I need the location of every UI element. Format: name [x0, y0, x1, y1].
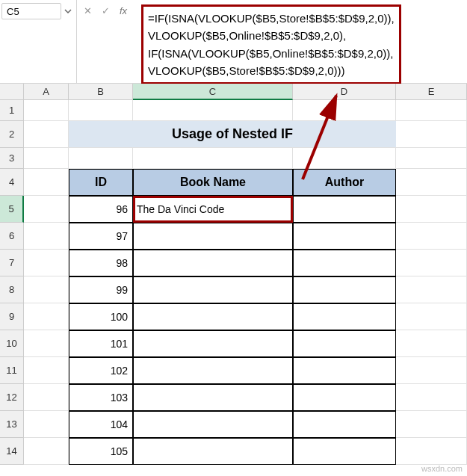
col-header-C[interactable]: C — [133, 84, 293, 100]
cell-E13[interactable] — [396, 411, 467, 438]
cell-id-9[interactable]: 100 — [69, 303, 133, 330]
cell-E1[interactable] — [396, 100, 467, 121]
cell-id-8[interactable]: 99 — [69, 276, 133, 303]
row-header-8[interactable]: 8 — [0, 276, 24, 303]
cell-E8[interactable] — [396, 276, 467, 303]
cell-E3[interactable] — [396, 148, 467, 169]
cell-A3[interactable] — [24, 148, 69, 169]
cell-A5[interactable] — [24, 196, 69, 223]
cell-E12[interactable] — [396, 384, 467, 411]
row-header-5[interactable]: 5 — [0, 196, 24, 223]
row-header-1[interactable]: 1 — [0, 100, 24, 121]
cell-A8[interactable] — [24, 276, 69, 303]
cell-D1[interactable] — [293, 100, 396, 121]
row-header-11[interactable]: 11 — [0, 357, 24, 384]
cell-B3[interactable] — [69, 148, 133, 169]
formula-text-wrap: =IF(ISNA(VLOOKUP($B5,Store!$B$5:$D$9,2,0… — [135, 0, 467, 83]
cell-id-6[interactable]: 97 — [69, 223, 133, 250]
cell-C3[interactable] — [133, 148, 293, 169]
cell-id-7[interactable]: 98 — [69, 250, 133, 276]
cell-A13[interactable] — [24, 411, 69, 438]
cell-A10[interactable] — [24, 330, 69, 357]
cell-id-5[interactable]: 96 — [69, 196, 133, 223]
cell-A9[interactable] — [24, 303, 69, 330]
column-headers: A B C D E — [0, 84, 467, 100]
cell-book-12[interactable] — [133, 384, 293, 411]
cell-E11[interactable] — [396, 357, 467, 384]
cell-book-8[interactable] — [133, 276, 293, 303]
cancel-icon[interactable]: ✕ — [81, 4, 93, 16]
header-id: ID — [69, 169, 133, 196]
name-box-dropdown[interactable] — [61, 7, 75, 15]
row-header-4[interactable]: 4 — [0, 169, 24, 196]
row-header-12[interactable]: 12 — [0, 384, 24, 411]
col-header-D[interactable]: D — [293, 84, 396, 100]
row-header-13[interactable]: 13 — [0, 411, 24, 438]
cell-book-6[interactable] — [133, 223, 293, 250]
cell-E7[interactable] — [396, 250, 467, 276]
cell-A6[interactable] — [24, 223, 69, 250]
cell-A1[interactable] — [24, 100, 69, 121]
row-header-10[interactable]: 10 — [0, 330, 24, 357]
cell-author-6[interactable] — [293, 223, 396, 250]
cell-D3[interactable] — [293, 148, 396, 169]
chevron-down-icon — [64, 7, 72, 15]
cell-A4[interactable] — [24, 169, 69, 196]
cell-id-14[interactable]: 105 — [69, 438, 133, 465]
cells-area: Usage of Nested IFIDBook NameAuthor96The… — [24, 100, 467, 465]
row-header-3[interactable]: 3 — [0, 148, 24, 169]
cell-author-9[interactable] — [293, 303, 396, 330]
cell-id-12[interactable]: 103 — [69, 384, 133, 411]
row-header-2[interactable]: 2 — [0, 121, 24, 148]
cell-A2[interactable] — [24, 121, 69, 148]
cell-author-8[interactable] — [293, 276, 396, 303]
cell-id-13[interactable]: 104 — [69, 411, 133, 438]
cell-E2[interactable] — [396, 121, 467, 148]
select-all-corner[interactable] — [0, 84, 24, 100]
cell-book-13[interactable] — [133, 411, 293, 438]
cell-E9[interactable] — [396, 303, 467, 330]
cell-author-12[interactable] — [293, 384, 396, 411]
cell-id-10[interactable]: 101 — [69, 330, 133, 357]
cell-author-14[interactable] — [293, 438, 396, 465]
row-headers: 1234567891011121314 — [0, 100, 24, 465]
cell-book-9[interactable] — [133, 303, 293, 330]
cell-E10[interactable] — [396, 330, 467, 357]
formula-input[interactable]: =IF(ISNA(VLOOKUP($B5,Store!$B$5:$D$9,2,0… — [141, 4, 401, 84]
cell-E14[interactable] — [396, 438, 467, 465]
spreadsheet-grid: A B C D E 1234567891011121314 Usage of N… — [0, 84, 467, 465]
cell-author-13[interactable] — [293, 411, 396, 438]
cell-author-5[interactable] — [293, 196, 396, 223]
cell-book-14[interactable] — [133, 438, 293, 465]
cell-author-10[interactable] — [293, 330, 396, 357]
cell-author-11[interactable] — [293, 357, 396, 384]
cell-book-11[interactable] — [133, 357, 293, 384]
row-header-9[interactable]: 9 — [0, 303, 24, 330]
cell-C1[interactable] — [133, 100, 293, 121]
cell-author-7[interactable] — [293, 250, 396, 276]
cell-E6[interactable] — [396, 223, 467, 250]
cell-book-10[interactable] — [133, 330, 293, 357]
row-header-7[interactable]: 7 — [0, 250, 24, 276]
cell-A12[interactable] — [24, 384, 69, 411]
name-box-wrap: C5 — [0, 0, 77, 83]
fx-button[interactable]: fx — [117, 4, 129, 16]
cell-B1[interactable] — [69, 100, 133, 121]
cell-E5[interactable] — [396, 196, 467, 223]
row-header-14[interactable]: 14 — [0, 438, 24, 465]
name-box[interactable]: C5 — [1, 3, 61, 19]
cell-A7[interactable] — [24, 250, 69, 276]
cell-A11[interactable] — [24, 357, 69, 384]
header-book: Book Name — [133, 169, 293, 196]
row-header-6[interactable]: 6 — [0, 223, 24, 250]
col-header-E[interactable]: E — [396, 84, 467, 100]
formula-controls: ✕ ✓ fx — [77, 0, 135, 83]
cell-id-11[interactable]: 102 — [69, 357, 133, 384]
confirm-icon[interactable]: ✓ — [99, 4, 111, 16]
col-header-B[interactable]: B — [69, 84, 133, 100]
cell-A14[interactable] — [24, 438, 69, 465]
cell-book-7[interactable] — [133, 250, 293, 276]
cell-E4[interactable] — [396, 169, 467, 196]
cell-book-5[interactable]: The Da Vinci Code — [133, 196, 293, 223]
col-header-A[interactable]: A — [24, 84, 69, 100]
